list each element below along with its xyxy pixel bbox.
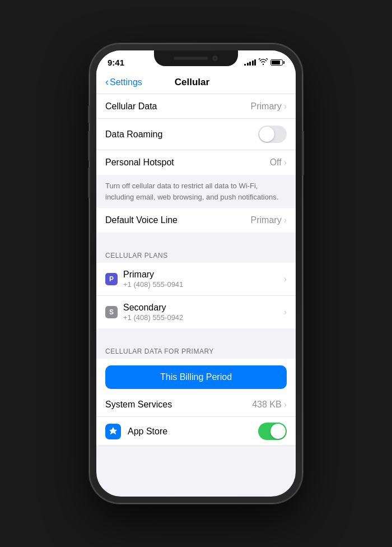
primary-plan-info: Primary +1 (408) 555-0941: [123, 270, 284, 289]
status-icons: [244, 58, 284, 67]
volume-up-button[interactable]: [88, 131, 90, 161]
system-services-label: System Services: [105, 400, 172, 410]
default-voice-line-row[interactable]: Default Voice Line Primary ›: [96, 208, 296, 233]
personal-hotspot-value: Off ›: [270, 157, 287, 168]
battery-icon: [270, 59, 284, 66]
app-store-label: App Store: [128, 427, 258, 437]
front-camera: [212, 55, 218, 61]
cellular-data-primary-header: CELLULAR DATA FOR PRIMARY: [96, 339, 296, 359]
cellular-data-label: Cellular Data: [105, 101, 157, 112]
back-label: Settings: [110, 77, 142, 87]
back-chevron-icon: ‹: [105, 76, 109, 88]
app-store-toggle[interactable]: [258, 423, 287, 440]
speaker: [174, 57, 208, 60]
status-time: 9:41: [108, 58, 124, 67]
personal-hotspot-label: Personal Hotspot: [105, 157, 174, 168]
section-gap: [96, 233, 296, 243]
info-text: Turn off cellular data to restrict all d…: [96, 175, 296, 208]
billing-period-container: This Billing Period: [96, 359, 296, 392]
chevron-right-icon: ›: [284, 274, 287, 284]
content-area: Cellular Data Primary › Data Roaming Per…: [96, 94, 296, 491]
app-store-icon: [105, 424, 121, 439]
wifi-icon: [259, 58, 268, 67]
data-roaming-toggle[interactable]: [258, 126, 287, 143]
mute-button[interactable]: [88, 105, 90, 123]
primary-plan-name: Primary: [123, 270, 284, 280]
primary-plan-badge: P: [105, 273, 118, 285]
data-roaming-label: Data Roaming: [105, 129, 162, 140]
voice-line-group: Default Voice Line Primary ›: [96, 208, 296, 233]
system-services-row[interactable]: System Services 438 KB ›: [96, 392, 296, 417]
secondary-plan-number: +1 (408) 555-0942: [123, 313, 284, 322]
cellular-data-row[interactable]: Cellular Data Primary ›: [96, 94, 296, 119]
chevron-right-icon: ›: [284, 157, 287, 168]
default-voice-line-value: Primary ›: [251, 215, 287, 225]
chevron-right-icon: ›: [284, 215, 287, 225]
chevron-right-icon: ›: [284, 307, 287, 317]
chevron-right-icon: ›: [284, 101, 287, 112]
phone-frame: 9:41: [90, 44, 302, 503]
billing-period-button[interactable]: This Billing Period: [105, 365, 287, 389]
system-services-value: 438 KB ›: [252, 400, 287, 410]
personal-hotspot-row[interactable]: Personal Hotspot Off ›: [96, 150, 296, 175]
secondary-plan-row[interactable]: S Secondary +1 (408) 555-0942 ›: [96, 296, 296, 328]
power-button[interactable]: [302, 131, 304, 175]
primary-plan-row[interactable]: P Primary +1 (408) 555-0941 ›: [96, 263, 296, 296]
app-store-row[interactable]: App Store: [96, 417, 296, 446]
back-button[interactable]: ‹ Settings: [105, 76, 142, 88]
secondary-plan-name: Secondary: [123, 303, 284, 313]
cellular-plans-group: P Primary +1 (408) 555-0941 › S Secondar…: [96, 263, 296, 328]
toggle-thumb: [270, 424, 286, 439]
data-roaming-row[interactable]: Data Roaming: [96, 119, 296, 150]
toggle-thumb: [259, 127, 274, 142]
page-title: Cellular: [175, 77, 209, 88]
primary-plan-number: +1 (408) 555-0941: [123, 280, 284, 289]
notch: [154, 50, 238, 66]
chevron-right-icon: ›: [284, 400, 287, 410]
cellular-data-value: Primary ›: [251, 101, 287, 112]
secondary-plan-badge: S: [105, 306, 118, 318]
cellular-plans-header: CELLULAR PLANS: [96, 243, 296, 263]
signal-icon: [244, 59, 256, 66]
main-settings-group: Cellular Data Primary › Data Roaming Per…: [96, 94, 296, 175]
section-gap-2: [96, 328, 296, 339]
volume-down-button[interactable]: [88, 167, 90, 198]
default-voice-line-label: Default Voice Line: [105, 215, 178, 225]
screen: 9:41: [96, 50, 296, 497]
navigation-bar: ‹ Settings Cellular: [96, 72, 296, 94]
secondary-plan-info: Secondary +1 (408) 555-0942: [123, 303, 284, 322]
